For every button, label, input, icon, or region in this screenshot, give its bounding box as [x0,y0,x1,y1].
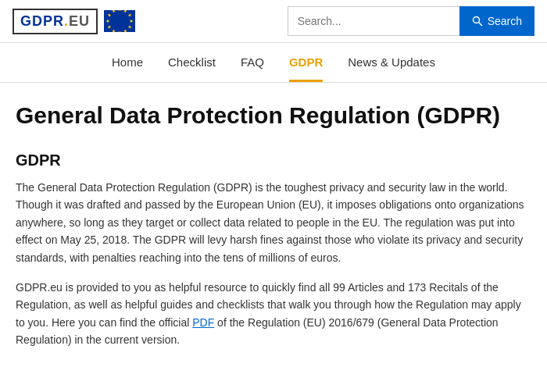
nav-item-news[interactable]: News & Updates [348,55,435,82]
search-input[interactable] [288,6,459,36]
site-logo[interactable]: GDPR.EU [13,9,98,34]
main-nav: Home Checklist FAQ GDPR News & Updates [0,43,547,83]
search-button-label: Search [488,15,522,27]
page-title: General Data Protection Regulation (GDPR… [16,102,531,130]
search-button[interactable]: Search [459,6,534,36]
logo-text-gdpr: GDPR [20,13,64,29]
nav-item-home[interactable]: Home [112,55,143,82]
nav-item-checklist[interactable]: Checklist [168,55,216,82]
logo-text-eu: EU [69,13,90,29]
nav-item-gdpr[interactable]: GDPR [289,55,323,82]
logo-area: GDPR.EU [13,9,135,34]
paragraph-1: The General Data Protection Regulation (… [16,179,531,266]
search-icon [472,16,483,27]
section-title: GDPR [16,151,531,169]
search-area: Search [288,6,534,36]
paragraph-2: GDPR.eu is provided to you as helpful re… [16,279,531,349]
pdf-link[interactable]: PDF [192,316,214,329]
nav-item-faq[interactable]: FAQ [241,55,264,82]
eu-flag-icon [104,10,135,32]
svg-point-13 [473,17,479,23]
svg-line-14 [478,23,482,27]
main-content: General Data Protection Regulation (GDPR… [0,83,547,380]
header: GDPR.EU [0,0,547,43]
